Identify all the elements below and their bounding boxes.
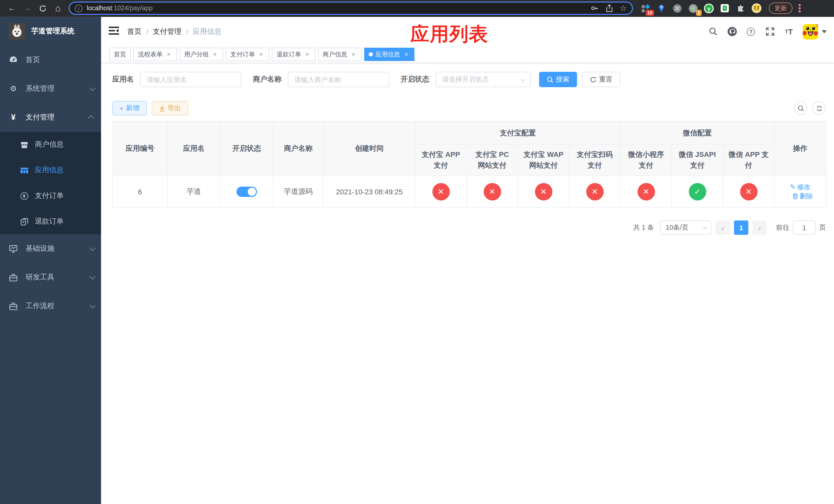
close-icon[interactable]: × — [165, 51, 172, 58]
chevron-down-icon — [703, 225, 707, 229]
avatar — [803, 24, 818, 39]
browser-update-button[interactable]: 更新 — [769, 3, 792, 14]
logo-avatar — [9, 23, 25, 40]
sidebar-item-payment[interactable]: ¥ 支付管理 — [0, 103, 101, 132]
browser-home-icon[interactable]: ⌂ — [51, 2, 65, 15]
sidebar-logo-row[interactable]: 芋道管理系统 — [0, 17, 101, 46]
search-icon — [547, 76, 553, 83]
sidebar-item-app-info[interactable]: 应用信息 — [0, 157, 101, 183]
search-button[interactable]: 搜索 — [539, 72, 577, 87]
merchant-name-input[interactable] — [288, 72, 389, 87]
goto-page-input[interactable] — [793, 221, 815, 235]
browser-reload-icon[interactable] — [36, 2, 49, 15]
url-bar[interactable]: i localhost:1024/pay/app ☆ — [69, 2, 633, 15]
app-name-label: 应用名 — [112, 75, 134, 84]
sidebar-item-system[interactable]: ⚙ 系统管理 — [0, 74, 101, 103]
cross-status-icon: ✕ — [637, 183, 655, 200]
tab-home[interactable]: 首页 — [109, 48, 131, 61]
sidebar-item-workflow[interactable]: 工作流程 — [0, 292, 101, 320]
browser-chrome: ← → ⌂ i localhost:1024/pay/app ☆ 10 — [0, 0, 834, 17]
extension-profile-icon[interactable]: 1 — [688, 3, 698, 13]
sidebar-item-infrastructure[interactable]: 基础设施 — [0, 234, 101, 263]
status-select[interactable]: 请选择开启状态 — [436, 72, 531, 87]
font-size-icon[interactable]: TT — [784, 26, 794, 37]
col-actions: 操作 — [774, 121, 826, 176]
merchant-name-label: 商户名称 — [253, 75, 282, 84]
close-icon[interactable]: × — [258, 51, 265, 58]
cell-alipay-qr: ✕ — [569, 176, 620, 207]
tab-refund-order[interactable]: 退款订单× — [272, 48, 315, 61]
delete-link[interactable]: 删除 — [792, 191, 813, 201]
breadcrumb-home[interactable]: 首页 — [127, 27, 141, 37]
sidebar-item-label: 退款订单 — [35, 217, 64, 226]
close-icon[interactable]: × — [350, 51, 357, 58]
goto-label: 前往 — [776, 223, 789, 232]
url-path: :1024/pay/app — [112, 5, 153, 12]
refresh-table-button[interactable] — [812, 101, 826, 115]
tab-app-info[interactable]: 应用信息× — [364, 48, 414, 61]
cell-app-name: 芋道 — [168, 176, 220, 207]
browser-menu-icon[interactable] — [798, 4, 800, 12]
browser-back-icon[interactable]: ← — [5, 2, 19, 15]
refresh-icon — [816, 105, 822, 112]
edit-link[interactable]: ✎修改 — [790, 182, 810, 191]
user-avatar-wrap[interactable] — [803, 24, 827, 39]
goto-page: 前往 页 — [776, 221, 826, 235]
filter-form: 应用名 商户名称 开启状态 请选择开启状态 搜索 重置 — [112, 72, 620, 87]
sidebar-item-pay-order[interactable]: ¥ 支付订单 — [0, 183, 101, 209]
extension-doc-icon[interactable] — [720, 3, 730, 13]
cross-status-icon: ✕ — [535, 183, 552, 200]
page-1-button[interactable]: 1 — [734, 221, 748, 235]
github-icon[interactable] — [727, 26, 737, 37]
page-size-select[interactable]: 10条/页 — [660, 221, 711, 235]
extension-emoji-icon[interactable] — [751, 3, 762, 13]
browser-forward-icon[interactable]: → — [21, 2, 34, 15]
toolbox-icon — [9, 302, 18, 310]
close-icon[interactable]: × — [403, 51, 410, 58]
next-page-button[interactable]: › — [752, 221, 767, 235]
cell-created: 2021-10-23 08:49:25 — [323, 176, 415, 207]
chevron-down-icon — [90, 85, 96, 91]
tab-user-group[interactable]: 用户分组× — [179, 48, 223, 61]
app-name-input[interactable] — [140, 72, 242, 87]
status-toggle[interactable] — [237, 186, 257, 197]
sidebar-item-refund-order[interactable]: 退款订单 — [0, 209, 101, 234]
help-icon[interactable]: ? — [746, 26, 756, 37]
add-button[interactable]: + 新增 — [112, 101, 147, 115]
export-button[interactable]: 导出 — [152, 101, 188, 115]
tab-pay-order[interactable]: 支付订单× — [226, 48, 269, 61]
password-key-icon[interactable] — [590, 4, 598, 12]
goto-unit: 页 — [819, 223, 826, 232]
status-label: 开启状态 — [401, 75, 429, 84]
yen-icon: ¥ — [9, 113, 18, 121]
extension-grid-icon[interactable]: 10 — [640, 3, 650, 13]
breadcrumb-current: 应用信息 — [193, 27, 222, 37]
tab-merchant-info[interactable]: 商户信息× — [318, 48, 361, 61]
extension-command-icon[interactable]: ⌘ — [672, 3, 682, 13]
sidebar-item-merchant-info[interactable]: 商户信息 — [0, 132, 101, 157]
extension-gem-icon[interactable] — [656, 3, 666, 13]
chevron-down-icon — [822, 30, 827, 33]
extension-puzzle-icon[interactable] — [736, 3, 746, 13]
prev-page-button[interactable]: ‹ — [716, 221, 730, 235]
bookmark-star-icon[interactable]: ☆ — [620, 4, 627, 13]
search-icon[interactable] — [708, 26, 718, 37]
table-mini-actions — [794, 101, 826, 115]
col-app-id: 应用编号 — [113, 121, 168, 176]
extension-y-icon[interactable]: y — [704, 3, 714, 13]
share-icon[interactable] — [606, 4, 613, 12]
toggle-search-button[interactable] — [794, 101, 807, 115]
page-title-annotation: 应用列表 — [410, 22, 488, 47]
close-icon[interactable]: × — [304, 51, 311, 58]
fullscreen-icon[interactable] — [765, 26, 775, 37]
sidebar-item-home[interactable]: 首页 — [0, 46, 101, 74]
col-alipay-pc: 支付宝 PC 网站支付 — [466, 144, 518, 176]
breadcrumb-payment[interactable]: 支付管理 — [153, 27, 181, 37]
sidebar-item-dev-tools[interactable]: 研发工具 — [0, 263, 101, 292]
sidebar: 芋道管理系统 首页 ⚙ 系统管理 ¥ 支付管理 商户信息 — [0, 17, 101, 504]
tab-process-form[interactable]: 流程表单× — [133, 48, 177, 61]
close-icon[interactable]: × — [211, 51, 219, 58]
reset-button[interactable]: 重置 — [582, 72, 620, 87]
site-info-icon[interactable]: i — [75, 4, 83, 12]
collapse-sidebar-icon[interactable] — [109, 26, 119, 36]
